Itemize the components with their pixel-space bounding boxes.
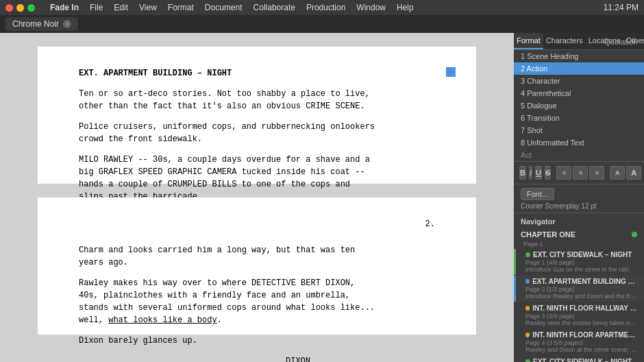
action-text-3: MILO RAWLEY -- 30s, a couple days overdu…: [79, 154, 435, 203]
action-text-1: Ten or so art-deco stories. Not too shab…: [79, 88, 435, 112]
font-info: Courier Screenplay 12 pt: [521, 202, 637, 210]
script-area[interactable]: EXT. APARTMENT BUILDING – NIGHT Ten or s…: [0, 33, 514, 362]
nav-item-sub-3: Page 4 (3 5/8 pages): [525, 339, 637, 346]
strikethrough-button[interactable]: S: [545, 166, 551, 180]
script-page-2: 2. Charm and looks carried him a long wa…: [38, 197, 476, 335]
underline-button[interactable]: U: [535, 166, 542, 180]
navigator: Navigator CHAPTER ONE Page 1 EXT. CITY S…: [514, 213, 644, 362]
menu-file[interactable]: File: [90, 3, 103, 12]
nav-item-sub-1: Page 2 (1/2 page): [525, 286, 637, 293]
element-unformatted[interactable]: 8 Unformatted Text: [514, 136, 644, 149]
menu-collaborate[interactable]: Collaborate: [253, 3, 295, 12]
nav-item-sub-2: Page 3 (3/8 page): [525, 313, 637, 319]
menu-window[interactable]: Window: [356, 3, 386, 12]
format-toolbar: B I U S ≡ ≡ ≡ A A: [514, 161, 644, 184]
nav-item-title-3: INT. NINTH FLOOR APARTMENT – ...: [532, 331, 637, 339]
nav-item-desc-1: Introduce Rawley and Dixon and the big (…: [525, 293, 637, 300]
character-dixon-1: DIXON: [79, 355, 435, 362]
action-text-4: Charm and looks carried him a long way, …: [79, 244, 435, 269]
maximize-button[interactable]: [27, 4, 35, 12]
traffic-lights: [5, 4, 35, 12]
nav-item-0[interactable]: EXT. CITY SIDEWALK – NIGHT Page 1 (4/8 p…: [514, 249, 644, 275]
tab-bar: Chrome Noir ×: [0, 15, 644, 33]
menu-format[interactable]: Format: [168, 3, 194, 12]
nav-item-desc-3: Rawley and Dixon at the crime scene; Kla…: [525, 346, 637, 353]
nav-item-title-0: EXT. CITY SIDEWALK – NIGHT: [533, 251, 632, 258]
element-action[interactable]: 2 Action: [514, 62, 644, 75]
size-decrease-button[interactable]: A: [610, 166, 625, 180]
nav-dot-0: [525, 252, 530, 257]
tab-characters[interactable]: Characters: [543, 33, 586, 49]
nav-item-3[interactable]: INT. NINTH FLOOR APARTMENT – ... Page 4 …: [514, 329, 644, 355]
nav-dot-2: [525, 306, 530, 311]
tab-close-button[interactable]: ×: [63, 20, 71, 28]
format-elements-list: 1 Scene Heading 2 Action 3 Character 4 P…: [514, 50, 644, 161]
nav-item-title-1: EXT. APARTMENT BUILDING – NIG...: [532, 278, 637, 285]
main-content: EXT. APARTMENT BUILDING – NIGHT Ten or s…: [0, 33, 644, 362]
bookmark-indicator: [446, 67, 456, 77]
align-right-button[interactable]: ≡: [589, 166, 604, 180]
nav-item-desc-0: Introduce Gus on the street in the rain.: [525, 266, 637, 273]
scene-heading-1: EXT. APARTMENT BUILDING – NIGHT: [79, 67, 435, 80]
element-parenthetical[interactable]: 4 Parenthetical: [514, 87, 644, 99]
nav-dot-3: [525, 333, 530, 337]
chapter-page: Page 1: [514, 241, 644, 249]
nav-item-sub-0: Page 1 (4/8 page): [525, 259, 637, 266]
bold-button[interactable]: B: [519, 166, 526, 180]
minimize-button[interactable]: [16, 4, 24, 12]
menu-bar: Fade In File Edit View Format Document C…: [0, 0, 644, 15]
element-scene-heading[interactable]: 1 Scene Heading: [514, 50, 644, 62]
menu-document[interactable]: Document: [205, 3, 243, 12]
nav-chapter: CHAPTER ONE: [514, 228, 644, 241]
element-dialogue[interactable]: 5 Dialogue: [514, 99, 644, 112]
chapter-dot: [632, 232, 637, 237]
size-increase-button[interactable]: A: [626, 166, 641, 180]
nav-item-title-2: INT. NINTH FLOOR HALLWAY – NI...: [532, 304, 637, 312]
page-number-2: 2.: [79, 218, 435, 230]
action-text-2: Police cruisers, uniformed cops, and rub…: [79, 121, 435, 145]
right-panel: Format Characters Locations Other 1 Scen…: [514, 33, 644, 362]
menu-edit[interactable]: Edit: [114, 3, 128, 12]
italic-button[interactable]: I: [529, 166, 532, 180]
action-text-5: Rawley makes his way over to where DETEC…: [79, 277, 435, 326]
element-transition[interactable]: 6 Transition: [514, 112, 644, 124]
font-display: Font... Courier Screenplay 12 pt: [514, 184, 644, 213]
element-shot[interactable]: 7 Shot: [514, 124, 644, 136]
nav-chapter-label: CHAPTER ONE: [521, 230, 575, 239]
menu-view[interactable]: View: [139, 3, 157, 12]
nav-item-2[interactable]: INT. NINTH FLOOR HALLWAY – NI... Page 3 …: [514, 302, 644, 328]
font-button[interactable]: Font...: [521, 188, 554, 200]
size-group: A A: [610, 166, 641, 180]
align-center-button[interactable]: ≡: [573, 166, 588, 180]
navigator-header: Navigator: [514, 213, 644, 228]
script-page-1: EXT. APARTMENT BUILDING – NIGHT Ten or s…: [38, 47, 476, 184]
menu-help[interactable]: Help: [397, 3, 414, 12]
app-name: Fade In: [50, 3, 79, 12]
document-tab[interactable]: Chrome Noir ×: [5, 17, 78, 31]
nav-dot-1: [525, 279, 530, 284]
nav-item-1[interactable]: EXT. APARTMENT BUILDING – NIG... Page 2 …: [514, 276, 644, 302]
nav-item-title-4: EXT. CITY SIDEWALK – NIGHT: [533, 358, 632, 362]
tab-label: Chrome Noir: [12, 19, 59, 29]
action-text-6: Dixon barely glances up.: [79, 335, 435, 347]
nav-item-4[interactable]: EXT. CITY SIDEWALK – NIGHT Page 7 (1/8 p…: [514, 356, 644, 362]
element-act: Act: [514, 149, 644, 161]
align-left-button[interactable]: ≡: [556, 166, 571, 180]
element-character[interactable]: 3 Character: [514, 75, 644, 87]
nav-dot-4: [525, 359, 530, 362]
align-group: ≡ ≡ ≡: [556, 166, 604, 180]
menu-production[interactable]: Production: [306, 3, 345, 12]
tab-format[interactable]: Format: [514, 33, 543, 49]
quotation-label: Quotation: [604, 38, 637, 46]
nav-item-desc-2: Rawley sees the corpse being taken out o…: [525, 319, 637, 326]
clock: 11:24 PM: [604, 3, 639, 12]
close-button[interactable]: [5, 4, 13, 12]
